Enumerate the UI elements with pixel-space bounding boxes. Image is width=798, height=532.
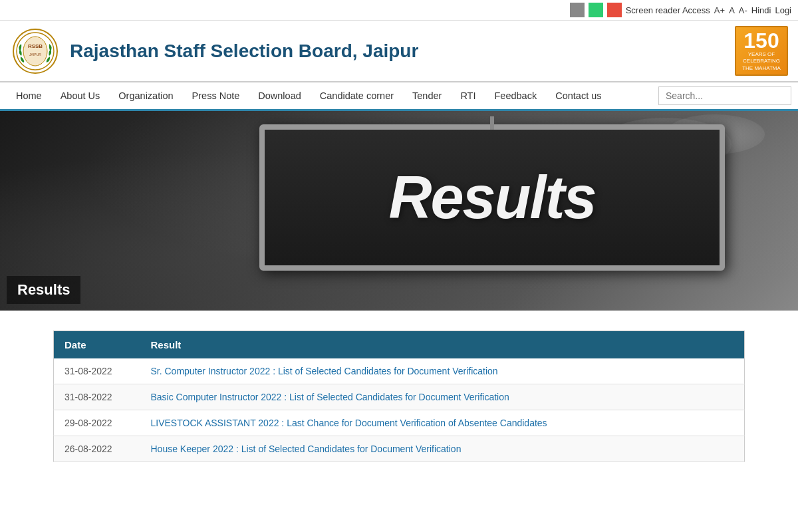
svg-text:RSSB: RSSB [27, 43, 42, 49]
font-size-a-minus[interactable]: A- [739, 5, 747, 15]
nav-item-contact-us[interactable]: Contact us [546, 82, 610, 109]
anniversary-line1: YEARS OF [748, 51, 775, 58]
screen-reader-label: Screen reader Access [626, 5, 710, 15]
lang-login[interactable]: Logi [775, 5, 791, 15]
search-input[interactable] [658, 86, 791, 105]
color-swatch-red[interactable] [607, 3, 622, 17]
header-right: 150 YEARS OF CELEBRATING THE MAHATMA [735, 26, 788, 76]
anniversary-number: 150 [743, 30, 779, 51]
main-nav: Home About Us Organization Press Note Do… [0, 82, 798, 111]
nav-item-about-us[interactable]: About Us [51, 82, 110, 109]
nav-item-rti[interactable]: RTI [451, 82, 485, 109]
result-text[interactable]: House Keeper 2022 : List of Selected Can… [140, 436, 745, 462]
result-text[interactable]: Sr. Computer Instructor 2022 : List of S… [140, 358, 745, 384]
nav-item-candidate-corner[interactable]: Candidate corner [311, 82, 403, 109]
color-swatch-green[interactable] [589, 3, 603, 17]
site-logo: RSSB JAIPUR [10, 26, 60, 76]
nav-item-home[interactable]: Home [7, 82, 51, 109]
result-text[interactable]: Basic Computer Instructor 2022 : List of… [140, 384, 745, 410]
col-header-result: Result [140, 331, 745, 359]
svg-text:JAIPUR: JAIPUR [29, 53, 41, 57]
hero-banner: Results Results [0, 111, 798, 311]
table-row: 29-08-2022 LIVESTOCK ASSISTANT 2022 : La… [54, 410, 745, 436]
nav-item-download[interactable]: Download [249, 82, 311, 109]
lang-hindi[interactable]: Hindi [751, 5, 771, 15]
anniversary-badge: 150 YEARS OF CELEBRATING THE MAHATMA [735, 26, 788, 76]
table-row: 31-08-2022 Basic Computer Instructor 202… [54, 384, 745, 410]
result-date: 26-08-2022 [54, 436, 140, 462]
nav-item-tender[interactable]: Tender [403, 82, 451, 109]
result-date: 31-08-2022 [54, 358, 140, 384]
anniversary-line3: THE MAHATMA [742, 65, 781, 72]
svg-point-2 [23, 37, 47, 66]
results-sign-text: Results [388, 164, 595, 232]
col-header-date: Date [54, 331, 140, 359]
results-section: Date Result 31-08-2022 Sr. Computer Inst… [0, 311, 798, 482]
font-size-a[interactable]: A [729, 5, 735, 15]
nav-item-feedback[interactable]: Feedback [485, 82, 547, 109]
site-title: Rajasthan Staff Selection Board, Jaipur [70, 41, 418, 62]
result-date: 31-08-2022 [54, 384, 140, 410]
font-size-a-plus[interactable]: A+ [714, 5, 725, 15]
color-swatch-gray[interactable] [570, 3, 585, 17]
result-date: 29-08-2022 [54, 410, 140, 436]
table-row: 26-08-2022 House Keeper 2022 : List of S… [54, 436, 745, 462]
table-row: 31-08-2022 Sr. Computer Instructor 2022 … [54, 358, 745, 384]
emblem-svg: RSSB JAIPUR [12, 28, 59, 74]
results-sign: Results [259, 124, 725, 271]
nav-item-organization[interactable]: Organization [109, 82, 182, 109]
table-header-row: Date Result [54, 331, 745, 359]
nav-item-press-note[interactable]: Press Note [183, 82, 249, 109]
top-bar: Screen reader Access A+ A A- Hindi Logi [0, 0, 798, 21]
hero-page-label: Results [7, 276, 80, 304]
site-header: RSSB JAIPUR Rajasthan Staff Selection Bo… [0, 21, 798, 82]
result-text[interactable]: LIVESTOCK ASSISTANT 2022 : Last Chance f… [140, 410, 745, 436]
results-table: Date Result 31-08-2022 Sr. Computer Inst… [53, 331, 745, 462]
anniversary-line2: CELEBRATING [743, 58, 780, 65]
